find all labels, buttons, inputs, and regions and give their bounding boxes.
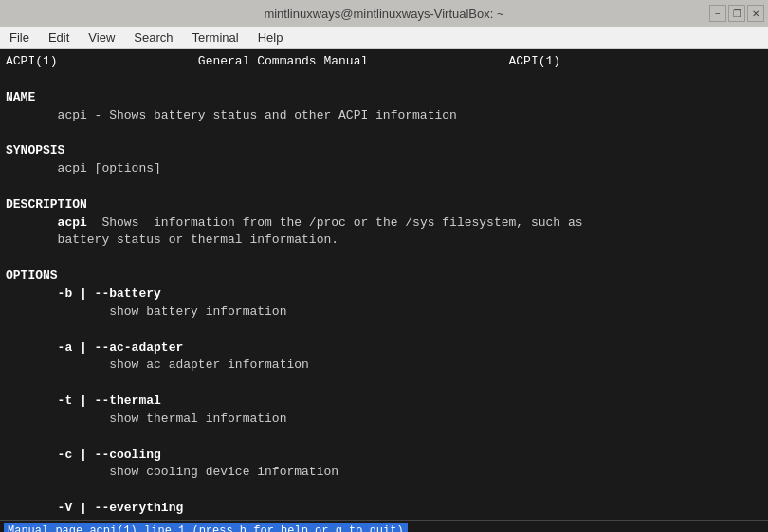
statusbar: Manual page acpi(1) line 1 (press h for …	[0, 520, 768, 532]
menubar: File Edit View Search Terminal Help	[0, 27, 768, 49]
synopsis-content: acpi [options]	[6, 160, 762, 178]
menu-file[interactable]: File	[0, 27, 39, 48]
maximize-button[interactable]: ❐	[728, 5, 745, 22]
menu-view[interactable]: View	[79, 27, 124, 48]
name-desc: acpi - Shows battery status and other AC…	[6, 107, 762, 125]
option-t-desc: show thermal information	[6, 411, 762, 429]
menu-terminal[interactable]: Terminal	[183, 27, 248, 48]
desc-line-2: battery status or thermal information.	[6, 231, 762, 249]
close-button[interactable]: ✕	[747, 5, 764, 22]
option-a: -a | --ac-adapter	[6, 339, 762, 358]
option-b-desc: show battery information	[6, 303, 762, 321]
option-t: -t | --thermal	[6, 393, 762, 411]
option-V: -V | --everything	[6, 500, 762, 518]
option-b: -b | --battery	[6, 285, 762, 303]
blank-line-5	[6, 321, 762, 339]
man-header: ACPI(1) General Commands Manual ACPI(1)	[6, 53, 762, 71]
section-name: NAME	[6, 89, 762, 107]
window-title: mintlinuxways@mintlinuxways-VirtualBox: …	[0, 7, 768, 21]
blank-line-6	[6, 375, 762, 393]
desc-line-1: acpi Shows information from the /proc or…	[6, 214, 762, 232]
terminal-area: ACPI(1) General Commands Manual ACPI(1) …	[0, 49, 768, 520]
blank-line-8	[6, 482, 762, 500]
acpi-keyword: acpi	[58, 215, 87, 229]
titlebar: mintlinuxways@mintlinuxways-VirtualBox: …	[0, 0, 768, 27]
blank-line-3	[6, 178, 762, 196]
window-controls: − ❐ ✕	[709, 5, 764, 22]
menu-help[interactable]: Help	[248, 27, 293, 48]
section-description: DESCRIPTION	[6, 196, 762, 214]
option-a-desc: show ac adapter information	[6, 357, 762, 375]
section-synopsis: SYNOPSIS	[6, 142, 762, 160]
blank-line-7	[6, 429, 762, 447]
option-c: -c | --cooling	[6, 447, 762, 465]
blank-line-4	[6, 249, 762, 267]
menu-edit[interactable]: Edit	[39, 27, 79, 48]
status-text: Manual page acpi(1) line 1 (press h for …	[4, 523, 408, 533]
menu-search[interactable]: Search	[124, 27, 182, 48]
section-options: OPTIONS	[6, 267, 762, 285]
option-c-desc: show cooling device information	[6, 464, 762, 482]
blank-line-1	[6, 71, 762, 89]
blank-line-2	[6, 124, 762, 142]
minimize-button[interactable]: −	[709, 5, 726, 22]
